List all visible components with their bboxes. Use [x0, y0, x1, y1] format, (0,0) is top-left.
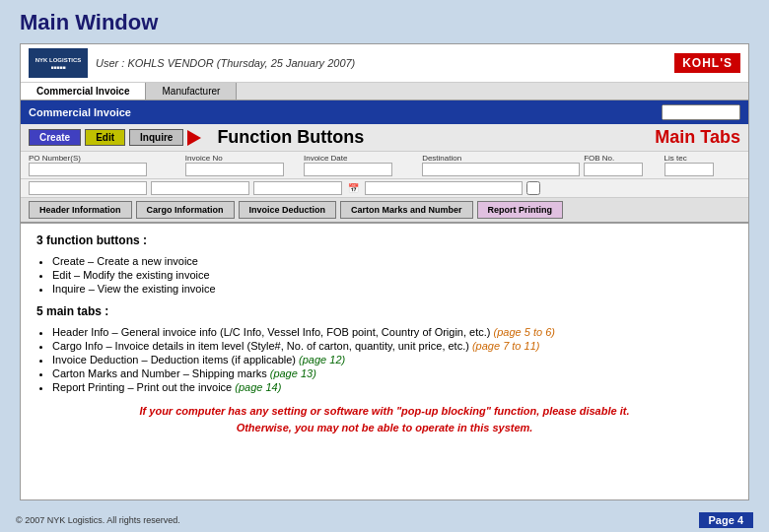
- tabs-list: Header Info – General invoice info (L/C …: [52, 326, 733, 393]
- invoice-no-label: Invoice No: [185, 154, 300, 163]
- tab-commercial-invoice[interactable]: Commercial Invoice: [21, 83, 146, 100]
- tab-manufacturer[interactable]: Manufacturer: [146, 83, 237, 100]
- tab-buttons-row: Header Information Cargo Information Inv…: [21, 198, 748, 224]
- tab-header-information[interactable]: Header Information: [29, 201, 132, 219]
- tabs-item-3-suffix: (page 13): [270, 367, 316, 379]
- row2-date-input[interactable]: [253, 181, 342, 195]
- warning-line1: If your computer has any setting or soft…: [140, 405, 630, 417]
- po-number-input[interactable]: [29, 163, 147, 176]
- fob-no-label: FOB No.: [584, 154, 660, 163]
- create-button[interactable]: Create: [29, 129, 81, 146]
- browser-window: NYK LOGISTICS ■■■■■ User : KOHLS VENDOR …: [20, 43, 749, 500]
- tabs-item-0-prefix: Header Info – General invoice info (L/C …: [52, 326, 491, 338]
- fob-no-field: FOB No.: [584, 154, 660, 176]
- page-title: Main Window: [20, 10, 749, 35]
- tabs-item-2-prefix: Invoice Deduction – Deduction items (if …: [52, 354, 296, 366]
- tabs-item-0-suffix: (page 5 to 6): [494, 326, 555, 338]
- edit-button[interactable]: Edit: [85, 129, 125, 146]
- tab-cargo-information[interactable]: Cargo Information: [136, 201, 235, 219]
- list-item: Inquire – View the existing invoice: [52, 283, 733, 295]
- inquire-button[interactable]: Inquire: [129, 129, 183, 146]
- invoice-no-input[interactable]: [185, 163, 284, 176]
- destination-field: Destination: [422, 154, 580, 176]
- user-bar: NYK LOGISTICS ■■■■■ User : KOHLS VENDOR …: [21, 44, 748, 83]
- list-item: Header Info – General invoice info (L/C …: [52, 326, 733, 338]
- destination-label: Destination: [422, 154, 580, 163]
- tab-carton-marks[interactable]: Carton Marks and Number: [340, 201, 473, 219]
- tab-invoice-deduction[interactable]: Invoice Deduction: [239, 201, 337, 219]
- arrow-icon: [187, 130, 201, 146]
- listed-label: Lis tec: [664, 154, 740, 163]
- tab-report-printing[interactable]: Report Printing: [477, 201, 564, 219]
- tabs-section-title: 5 main tabs :: [36, 304, 733, 318]
- function-buttons-label: Function Buttons: [217, 127, 364, 148]
- list-item: Cargo Info – Invoice details in item lev…: [52, 340, 733, 352]
- tabs-item-2-suffix: (page 12): [299, 354, 345, 366]
- content-area: 3 function buttons : Create – Create a n…: [21, 224, 748, 499]
- list-item: Invoice Deduction – Deduction items (if …: [52, 354, 733, 366]
- invoice-no-field: Invoice No: [185, 154, 300, 176]
- nyk-logo: NYK LOGISTICS ■■■■■: [29, 48, 88, 78]
- row2-checkbox[interactable]: [526, 181, 540, 195]
- fob-no-input[interactable]: [584, 163, 643, 176]
- user-bar-left: NYK LOGISTICS ■■■■■ User : KOHLS VENDOR …: [29, 48, 355, 78]
- row2-input2[interactable]: [151, 181, 249, 195]
- row2-input3[interactable]: [365, 181, 523, 195]
- row2-input1[interactable]: [29, 181, 147, 195]
- po-number-label: PO Number(S): [29, 154, 181, 163]
- listed-field: Lis tec: [664, 154, 740, 176]
- function-list: Create – Create a new invoice Edit – Mod…: [52, 255, 733, 295]
- user-info: User : KOHLS VENDOR (Thursday, 25 Januar…: [96, 57, 355, 69]
- nav-tabs-row: Commercial Invoice Manufacturer: [21, 83, 748, 100]
- calendar-icon[interactable]: 📅: [348, 183, 359, 193]
- invoice-date-input[interactable]: [304, 163, 392, 176]
- tabs-item-1-suffix: (page 7 to 11): [472, 340, 540, 352]
- warning-text: If your computer has any setting or soft…: [36, 403, 733, 435]
- po-number-field: PO Number(S): [29, 154, 181, 176]
- form-fields-row2: 📅: [21, 179, 748, 198]
- header-input-field[interactable]: [662, 104, 740, 120]
- list-item: Edit – Modify the existing invoice: [52, 269, 733, 281]
- kohls-logo-badge: KOHL'S: [674, 53, 740, 73]
- form-fields-row1: PO Number(S) Invoice No Invoice Date Des…: [21, 152, 748, 179]
- listed-input[interactable]: [664, 163, 714, 176]
- tabs-item-4-prefix: Report Printing – Print out the invoice: [52, 381, 232, 393]
- tabs-item-4-suffix: (page 14): [235, 381, 281, 393]
- main-tabs-label: Main Tabs: [655, 127, 740, 148]
- footer: © 2007 NYK Logistics. All rights reserve…: [0, 508, 769, 532]
- destination-input[interactable]: [422, 163, 580, 176]
- list-item: Report Printing – Print out the invoice …: [52, 381, 733, 393]
- tabs-item-3-prefix: Carton Marks and Number – Shipping marks: [52, 367, 267, 379]
- blue-header: Commercial Invoice: [21, 100, 748, 124]
- function-section-title: 3 function buttons :: [36, 233, 733, 247]
- invoice-date-field: Invoice Date: [304, 154, 418, 176]
- function-row: Create Edit Inquire Function Buttons Mai…: [21, 124, 748, 152]
- invoice-date-label: Invoice Date: [304, 154, 418, 163]
- list-item: Create – Create a new invoice: [52, 255, 733, 267]
- list-item: Carton Marks and Number – Shipping marks…: [52, 367, 733, 379]
- copyright-text: © 2007 NYK Logistics. All rights reserve…: [16, 515, 180, 525]
- tabs-item-1-prefix: Cargo Info – Invoice details in item lev…: [52, 340, 469, 352]
- page-badge: Page 4: [699, 512, 753, 528]
- warning-line2: Otherwise, you may not be able to operat…: [237, 422, 533, 433]
- blue-header-title: Commercial Invoice: [29, 106, 131, 118]
